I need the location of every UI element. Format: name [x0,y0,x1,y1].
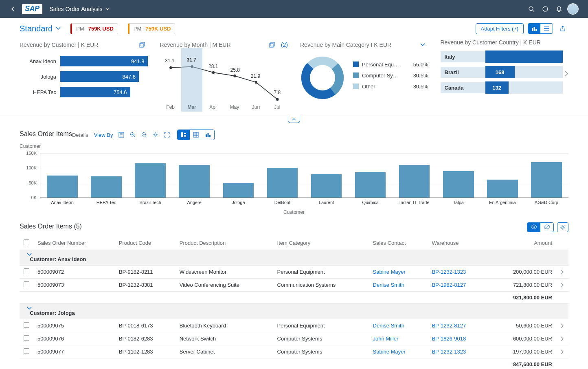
table-row[interactable]: 500009077 BP-1102-1283 Server Cabinet Co… [20,345,568,358]
share-button[interactable] [557,23,568,34]
legend-item[interactable]: Personal Equ… 55.0% [353,62,428,68]
row-checkbox[interactable] [24,268,29,274]
month-label[interactable]: May [224,104,245,110]
list-view-button[interactable] [540,24,553,33]
cell-sales-contact[interactable]: Sabine Mayer [369,345,428,358]
zoom-in-icon[interactable] [130,132,136,138]
cell-warehouse[interactable]: BP-1232-1323 [428,266,488,279]
country-row[interactable]: Brazil 168 [441,66,563,78]
legend-label: Personal Equ… [362,62,403,68]
cell-warehouse[interactable]: BP-1826-9018 [428,332,488,345]
row-nav-button[interactable] [560,283,564,288]
line-chart[interactable]: 31.1 31.7 28.1 25.8 21.9 7.8 [160,55,288,104]
cell-warehouse[interactable]: BP-1232-8127 [428,319,488,332]
row-nav-button[interactable] [560,323,564,328]
popout-icon[interactable] [136,39,148,51]
bar-row[interactable]: HEPA Tec 754.6 [20,86,148,98]
select-all-checkbox[interactable] [24,239,29,245]
month-label[interactable]: Feb [160,104,181,110]
table-view-button[interactable] [190,130,202,140]
month-label[interactable]: Jul [267,104,288,110]
next-button[interactable] [564,70,568,77]
chevron-down-icon[interactable] [27,253,564,256]
hide-button[interactable] [540,223,553,232]
popout-icon[interactable] [266,39,278,51]
bar-column[interactable]: HEPA Tec [84,153,128,198]
show-button[interactable] [527,223,540,232]
settings-icon[interactable] [153,132,158,138]
fullscreen-icon[interactable] [164,132,170,138]
country-row[interactable]: Italy [441,51,563,63]
chart-only-button[interactable] [202,130,214,140]
row-checkbox[interactable] [24,348,29,354]
legend-item[interactable]: Computer Sy… 30.5% [353,72,428,79]
row-checkbox[interactable] [24,335,29,341]
group-row[interactable]: Customer: Jologa [20,304,568,319]
bar-column[interactable]: En Argentinia [480,153,524,198]
notification-icon[interactable] [552,2,566,16]
search-icon[interactable] [524,2,538,16]
kpi-card-2[interactable]: PM 759K USD [128,23,176,34]
col-product-code[interactable]: Product Code [115,236,176,250]
table-row[interactable]: 500009073 BP-1232-8381 Video Conferencin… [20,279,568,292]
bar-column[interactable]: Indian IT Trade [393,153,437,198]
col-sales-contact[interactable]: Sales Contact [369,236,428,250]
cell-sales-contact[interactable]: Sabine Mayer [369,266,428,279]
cell-warehouse[interactable]: BP-1982-8127 [428,279,488,292]
row-nav-button[interactable] [560,336,564,341]
table-settings-button[interactable] [557,222,568,232]
bar-column[interactable]: Brazil Tech [128,153,172,198]
row-nav-button[interactable] [560,270,564,275]
col-order-number[interactable]: Sales Order Number [33,236,115,250]
bar-column[interactable]: Angeré [172,153,216,198]
row-nav-button[interactable] [560,349,564,354]
cell-warehouse[interactable]: BP-1232-1323 [428,345,488,358]
month-label[interactable]: Jun [245,104,266,110]
bar-column[interactable]: Talpa [437,153,480,198]
table-row[interactable]: 500009072 BP-9182-8211 Widescreen Monito… [20,266,568,279]
collapse-button[interactable] [288,116,300,123]
kpi-card-1[interactable]: PM 759K USD [70,23,118,34]
chevron-down-icon[interactable] [27,307,564,310]
chart-view-button[interactable] [528,24,540,33]
group-row[interactable]: Customer: Anav Ideon [20,250,568,266]
view-by-link[interactable]: View By [94,132,113,138]
chevron-down-icon[interactable] [417,39,428,51]
adapt-filters-button[interactable]: Adapt Filters (7) [476,23,524,34]
hybrid-view-button[interactable] [178,130,190,140]
col-item-category[interactable]: Item Category [273,236,369,250]
table-row[interactable]: 500009075 BP-0018-6173 Bluetooth Keyboar… [20,319,568,332]
customer-bar-chart[interactable]: 0K50K100K150K Anav Ideon HEPA Tec Brazil… [40,153,568,198]
bar-column[interactable]: Anav Ideon [40,153,84,198]
bar-row[interactable]: Jologa 847.6 [20,71,148,82]
col-warehouse[interactable]: Warehouse [428,236,488,250]
copilot-icon[interactable] [538,2,552,16]
row-checkbox[interactable] [24,281,29,287]
month-label[interactable]: Apr [202,104,224,110]
row-checkbox[interactable] [24,322,29,328]
bar-column[interactable]: Laurent [304,153,348,198]
bar-column[interactable]: Quimica [349,153,393,198]
col-amount[interactable]: Amount [488,236,556,250]
legend-icon[interactable] [118,132,124,138]
cell-sales-contact[interactable]: Denise Smith [369,319,428,332]
bar-row[interactable]: Anav Ideon 941.8 [20,55,148,67]
variant-selector[interactable]: Standard [20,24,61,33]
cell-sales-contact[interactable]: Denise Smith [369,279,428,292]
shell-title[interactable]: Sales Order Analysis [50,6,110,12]
user-avatar[interactable] [566,2,580,16]
col-product-desc[interactable]: Product Description [176,236,273,250]
bar-column[interactable]: Jologa [216,153,260,198]
zoom-out-icon[interactable] [141,132,147,138]
cell-sales-contact[interactable]: John Miller [369,332,428,345]
table-row[interactable]: 500009076 BP-0182-6283 Network Switch Co… [20,332,568,345]
cell-order-number: 500009072 [33,266,115,279]
bar-column[interactable]: AG&D Corp [524,153,568,198]
donut-chart[interactable] [300,55,345,100]
bar [223,183,254,198]
country-row[interactable]: Canada 132 [441,81,563,94]
legend-item[interactable]: Other 30.5% [353,83,428,90]
back-button[interactable] [8,4,18,14]
bar-column[interactable]: DelBont [260,153,304,198]
country-label: Canada [441,82,485,93]
